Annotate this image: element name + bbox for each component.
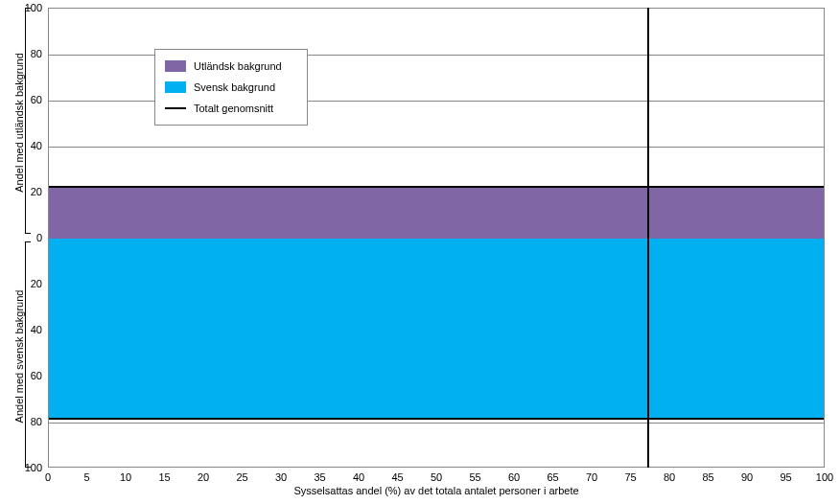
xtick: 80 <box>655 471 684 483</box>
legend-item: Utländsk bakgrund <box>165 56 297 77</box>
xtick: 70 <box>577 471 606 483</box>
legend-label: Svensk bakgrund <box>194 81 275 93</box>
xtick: 100 <box>810 471 839 483</box>
area-svensk <box>49 239 824 418</box>
square-icon <box>165 60 186 72</box>
area-utlandsk-edge <box>49 186 824 188</box>
xtick: 50 <box>422 471 451 483</box>
xtick: 90 <box>733 471 761 483</box>
area-svensk-edge <box>49 418 824 420</box>
gridline <box>49 423 824 424</box>
plot-area: Utländsk bakgrund Svensk bakgrund Totalt… <box>48 8 825 468</box>
gridline <box>49 147 824 148</box>
xtick: 95 <box>772 471 801 483</box>
square-icon <box>165 81 186 93</box>
legend-label: Totalt genomsnitt <box>194 103 273 114</box>
chart: Utländsk bakgrund Svensk bakgrund Totalt… <box>0 0 840 504</box>
legend-label: Utländsk bakgrund <box>194 60 282 72</box>
xtick: 5 <box>73 471 102 483</box>
xtick: 45 <box>384 471 412 483</box>
legend-item: Totalt genomsnitt <box>165 98 297 119</box>
xtick: 10 <box>111 471 140 483</box>
xtick: 40 <box>344 471 373 483</box>
xtick: 85 <box>694 471 723 483</box>
xaxis-label: Sysselsattas andel (%) av det totala ant… <box>48 485 825 496</box>
bracket-bottom <box>25 241 31 468</box>
xtick: 30 <box>267 471 295 483</box>
legend-item: Svensk bakgrund <box>165 77 297 98</box>
xtick: 20 <box>189 471 218 483</box>
xtick: 65 <box>539 471 568 483</box>
xtick: 25 <box>228 471 257 483</box>
area-utlandsk <box>49 188 824 239</box>
yaxis-label-top: Andel med utländsk bakgrund <box>13 36 25 209</box>
bracket-top <box>25 8 31 234</box>
xtick: 35 <box>306 471 335 483</box>
line-icon <box>165 107 186 109</box>
xtick: 75 <box>617 471 645 483</box>
reference-line-totalt <box>647 8 649 468</box>
yaxis-label-bottom: Andel med svensk bakgrund <box>13 270 25 443</box>
xtick: 0 <box>34 471 62 483</box>
xtick: 15 <box>151 471 179 483</box>
xtick: 55 <box>461 471 490 483</box>
legend: Utländsk bakgrund Svensk bakgrund Totalt… <box>154 49 308 126</box>
xtick: 60 <box>500 471 528 483</box>
